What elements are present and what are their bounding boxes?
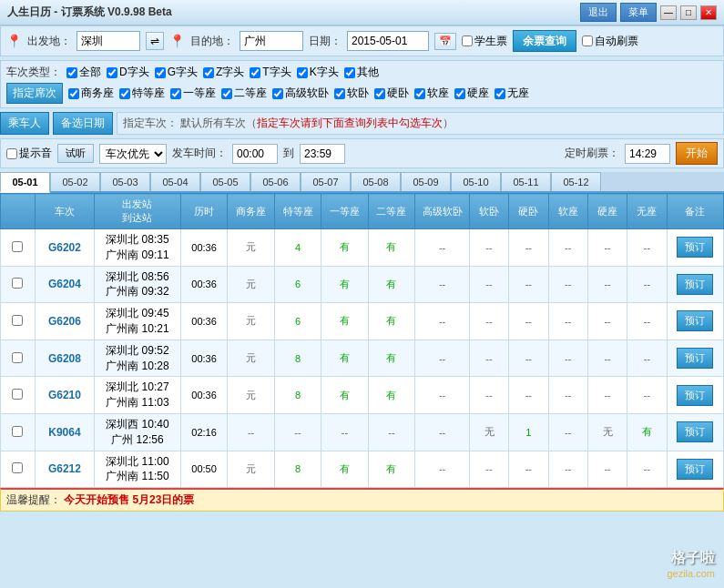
alert-label: 提示音: [19, 146, 52, 161]
special-cell: 6: [274, 266, 321, 303]
row-checkbox[interactable]: [12, 426, 23, 437]
app-title: 人生日历 - 订票系统 V0.9.98 Beta: [7, 5, 172, 20]
row-checkbox-cell: [1, 413, 36, 451]
date-tab-05-09[interactable]: 05-09: [401, 172, 451, 191]
menu-button[interactable]: 菜单: [620, 3, 657, 22]
book-button[interactable]: 预订: [677, 385, 713, 406]
date-tab-05-06[interactable]: 05-06: [250, 172, 301, 191]
priority-select[interactable]: 车次优先 席位优先: [99, 144, 167, 164]
soft-adv-cell: --: [415, 266, 470, 303]
book-button[interactable]: 预订: [677, 274, 713, 295]
passenger-button[interactable]: 乘车人: [0, 112, 49, 135]
date-tab-05-03[interactable]: 05-03: [100, 172, 150, 191]
soft-seat-cell: --: [548, 377, 587, 414]
date-tab-05-11[interactable]: 05-11: [501, 172, 551, 191]
auto-refresh-label[interactable]: 自动刷票: [582, 34, 638, 49]
note-cell: 预订: [667, 377, 723, 414]
seat-first[interactable]: 一等座: [170, 86, 216, 101]
listen-button[interactable]: 试听: [57, 144, 94, 163]
soft-seat-cell: --: [548, 229, 587, 267]
seat-no[interactable]: 无座: [495, 86, 529, 101]
duration-cell: 00:36: [180, 229, 227, 267]
seat-soft-seat[interactable]: 软座: [414, 86, 449, 101]
soft-adv-cell: --: [415, 303, 470, 340]
date-tab-05-08[interactable]: 05-08: [351, 172, 401, 191]
book-button[interactable]: 预订: [677, 348, 713, 369]
row-checkbox[interactable]: [12, 315, 23, 326]
row-checkbox[interactable]: [12, 278, 23, 289]
date-tab-05-07[interactable]: 05-07: [301, 172, 351, 191]
book-button[interactable]: 预订: [677, 459, 713, 480]
train-info-suffix: ）: [443, 117, 454, 129]
date-tab-05-02[interactable]: 05-02: [50, 172, 100, 191]
row-checkbox[interactable]: [12, 389, 23, 400]
date-options-button[interactable]: 备选日期: [53, 112, 113, 135]
row-checkbox[interactable]: [12, 352, 23, 363]
book-button[interactable]: 预订: [677, 421, 713, 442]
station-cell: 深圳西 10:40广州 12:56: [94, 413, 180, 451]
date-tab-05-12[interactable]: 05-12: [551, 172, 601, 191]
row-checkbox-cell: [1, 451, 36, 488]
calendar-button[interactable]: 📅: [434, 33, 456, 50]
type-other[interactable]: 其他: [344, 65, 379, 80]
type-d[interactable]: D字头: [107, 65, 149, 80]
type-k[interactable]: K字头: [297, 65, 339, 80]
scheduled-label: 定时刷票：: [565, 146, 619, 161]
student-ticket-text: 学生票: [474, 34, 507, 49]
date-tab-05-10[interactable]: 05-10: [451, 172, 501, 191]
student-ticket-checkbox[interactable]: [462, 35, 473, 46]
type-z[interactable]: Z字头: [203, 65, 244, 80]
hard-sleep-cell: --: [509, 229, 548, 267]
duration-cell: 00:36: [180, 377, 227, 414]
row-checkbox[interactable]: [12, 241, 23, 252]
student-ticket-label[interactable]: 学生票: [462, 34, 507, 49]
seat-soft-adv[interactable]: 高级软卧: [272, 86, 329, 101]
seat-second[interactable]: 二等座: [221, 86, 267, 101]
book-button[interactable]: 预订: [677, 310, 713, 331]
exit-button[interactable]: 退出: [580, 3, 617, 22]
scheduled-time-input[interactable]: [625, 144, 670, 164]
depart-to-input[interactable]: [300, 144, 345, 164]
soft-adv-cell: --: [415, 377, 470, 414]
no-seat-cell: --: [627, 229, 667, 267]
alert-checkbox-label[interactable]: 提示音: [6, 146, 52, 161]
seat-special[interactable]: 特等座: [119, 86, 165, 101]
soft-adv-cell: --: [415, 229, 470, 267]
to-input[interactable]: [240, 31, 303, 51]
close-button[interactable]: ✕: [700, 5, 717, 20]
query-button[interactable]: 余票查询: [513, 30, 576, 52]
seat-biz[interactable]: 商务座: [68, 86, 114, 101]
maximize-button[interactable]: □: [680, 5, 697, 20]
seat-specify-button[interactable]: 指定席次: [6, 83, 63, 104]
from-input[interactable]: [76, 31, 140, 51]
seat-hard-seat[interactable]: 硬座: [454, 86, 489, 101]
type-g[interactable]: G字头: [155, 65, 198, 80]
second-cell: 有: [368, 303, 414, 340]
results-table: 车次 出发站到达站 历时 商务座 特等座 一等座 二等座 高级软卧 软卧 硬卧 …: [0, 193, 724, 488]
depart-from-input[interactable]: [232, 144, 278, 164]
type-t[interactable]: T字头: [250, 65, 291, 80]
type-all[interactable]: 全部: [66, 65, 101, 80]
start-button[interactable]: 开始: [676, 142, 718, 165]
book-button[interactable]: 预订: [677, 237, 713, 258]
date-tab-05-05[interactable]: 05-05: [200, 172, 250, 191]
biz-cell: 元: [228, 266, 274, 303]
depart-to-label: 到: [283, 146, 294, 161]
first-cell: 有: [321, 266, 368, 303]
swap-button[interactable]: ⇌: [146, 32, 164, 50]
date-tab-05-04[interactable]: 05-04: [150, 172, 200, 191]
row-checkbox[interactable]: [12, 462, 23, 473]
auto-refresh-checkbox[interactable]: [582, 35, 593, 46]
col-second: 二等座: [368, 194, 414, 229]
date-input[interactable]: [347, 31, 429, 51]
col-biz: 商务座: [228, 194, 274, 229]
seat-soft[interactable]: 软卧: [334, 86, 369, 101]
alert-checkbox[interactable]: [6, 148, 17, 159]
date-tab-05-01[interactable]: 05-01: [0, 172, 50, 193]
no-seat-cell: --: [627, 303, 667, 340]
seat-hard[interactable]: 硬卧: [374, 86, 409, 101]
minimize-button[interactable]: —: [660, 5, 677, 20]
second-cell: 有: [368, 451, 414, 488]
soft-sleep-cell: 无: [469, 413, 508, 451]
first-cell: 有: [321, 377, 368, 414]
